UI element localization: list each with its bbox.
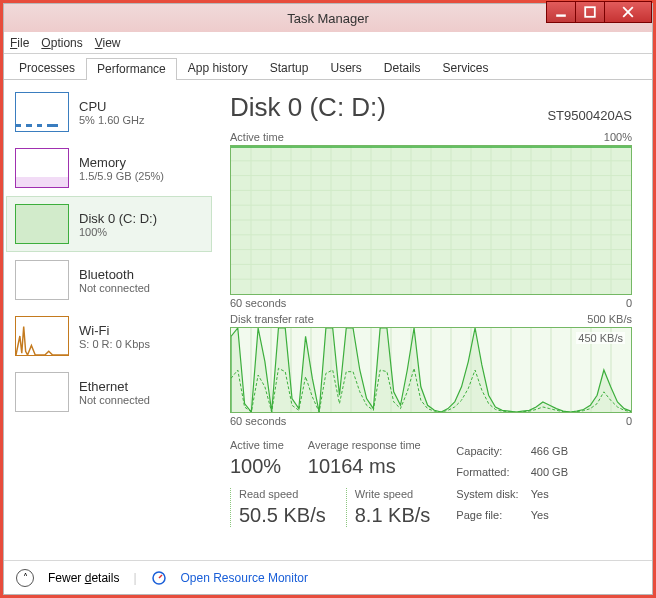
sb-disk-title: Disk 0 (C: D:) xyxy=(79,211,157,226)
stats-row: Active time 100% Average response time 1… xyxy=(230,439,632,527)
collapse-icon[interactable]: ˄ xyxy=(16,569,34,587)
read-speed-value: 50.5 KB/s xyxy=(239,504,326,527)
read-speed-label: Read speed xyxy=(239,488,326,500)
menu-view[interactable]: View xyxy=(95,36,121,50)
sidebar-item-wifi[interactable]: Wi-FiS: 0 R: 0 Kbps xyxy=(6,308,212,364)
active-time-label: Active time xyxy=(230,439,284,451)
titlebar[interactable]: Task Manager xyxy=(4,4,652,32)
sidebar-item-ethernet[interactable]: EthernetNot connected xyxy=(6,364,212,420)
ethernet-thumb-icon xyxy=(15,372,69,412)
wifi-thumb-icon xyxy=(15,316,69,356)
chart1-max: 100% xyxy=(604,131,632,143)
memory-thumb-icon xyxy=(15,148,69,188)
sb-cpu-title: CPU xyxy=(79,99,144,114)
disk-thumb-icon xyxy=(15,204,69,244)
capacity-label: Capacity: xyxy=(456,441,528,461)
sb-wifi-title: Wi-Fi xyxy=(79,323,150,338)
page-title: Disk 0 (C: D:) xyxy=(230,92,386,123)
bluetooth-thumb-icon xyxy=(15,260,69,300)
tab-app-history[interactable]: App history xyxy=(177,57,259,79)
write-speed-value: 8.1 KB/s xyxy=(355,504,431,527)
tab-performance[interactable]: Performance xyxy=(86,58,177,80)
svg-line-54 xyxy=(159,575,162,578)
chart2-max: 500 KB/s xyxy=(587,313,632,325)
chart2-xright: 0 xyxy=(626,415,632,427)
sb-cpu-sub: 5% 1.60 GHz xyxy=(79,114,144,126)
capacity-value: 466 GB xyxy=(531,441,578,461)
sidebar-item-memory[interactable]: Memory1.5/5.9 GB (25%) xyxy=(6,140,212,196)
tab-processes[interactable]: Processes xyxy=(8,57,86,79)
sidebar-item-disk0[interactable]: Disk 0 (C: D:)100% xyxy=(6,196,212,252)
formatted-label: Formatted: xyxy=(456,463,528,483)
svg-rect-32 xyxy=(231,146,631,294)
menubar: File Options View xyxy=(4,32,652,54)
sysdisk-value: Yes xyxy=(531,484,578,504)
sidebar-item-cpu[interactable]: CPU5% 1.60 GHz xyxy=(6,84,212,140)
tab-services[interactable]: Services xyxy=(432,57,500,79)
window-controls xyxy=(547,1,652,23)
chart1-xleft: 60 seconds xyxy=(230,297,286,309)
avg-response-value: 10164 ms xyxy=(308,455,421,478)
resource-monitor-icon xyxy=(151,570,167,586)
active-time-value: 100% xyxy=(230,455,284,478)
disk-properties-table: Capacity:466 GB Formatted:400 GB System … xyxy=(454,439,580,527)
sb-disk-sub: 100% xyxy=(79,226,157,238)
sb-eth-title: Ethernet xyxy=(79,379,150,394)
footer: ˄ Fewer details | Open Resource Monitor xyxy=(4,560,652,594)
transfer-rate-chart[interactable]: 450 KB/s xyxy=(230,327,632,413)
chart1-label: Active time xyxy=(230,131,284,143)
formatted-value: 400 GB xyxy=(531,463,578,483)
disk-model: ST9500420AS xyxy=(547,108,632,123)
sb-mem-title: Memory xyxy=(79,155,164,170)
sb-eth-sub: Not connected xyxy=(79,394,150,406)
tab-startup[interactable]: Startup xyxy=(259,57,320,79)
avg-response-label: Average response time xyxy=(308,439,421,451)
sidebar-item-bluetooth[interactable]: BluetoothNot connected xyxy=(6,252,212,308)
separator: | xyxy=(133,571,136,585)
minimize-button[interactable] xyxy=(546,1,576,23)
tab-details[interactable]: Details xyxy=(373,57,432,79)
chart2-xleft: 60 seconds xyxy=(230,415,286,427)
close-button[interactable] xyxy=(604,1,652,23)
pagefile-value: Yes xyxy=(531,506,578,526)
write-speed-label: Write speed xyxy=(355,488,431,500)
maximize-button[interactable] xyxy=(575,1,605,23)
menu-options[interactable]: Options xyxy=(41,36,82,50)
tab-users[interactable]: Users xyxy=(319,57,372,79)
fewer-details-button[interactable]: Fewer details xyxy=(48,571,119,585)
chart1-xright: 0 xyxy=(626,297,632,309)
cpu-thumb-icon xyxy=(15,92,69,132)
content: CPU5% 1.60 GHz Memory1.5/5.9 GB (25%) Di… xyxy=(4,80,652,560)
tabs: Processes Performance App history Startu… xyxy=(4,54,652,80)
chart2-inner-label: 450 KB/s xyxy=(576,332,625,344)
task-manager-window: Task Manager File Options View Processes… xyxy=(3,3,653,595)
sidebar: CPU5% 1.60 GHz Memory1.5/5.9 GB (25%) Di… xyxy=(4,80,214,560)
sb-bt-sub: Not connected xyxy=(79,282,150,294)
active-time-chart[interactable] xyxy=(230,145,632,295)
pagefile-label: Page file: xyxy=(456,506,528,526)
sb-mem-sub: 1.5/5.9 GB (25%) xyxy=(79,170,164,182)
open-resource-monitor-link[interactable]: Open Resource Monitor xyxy=(181,571,308,585)
sb-wifi-sub: S: 0 R: 0 Kbps xyxy=(79,338,150,350)
main-panel: Disk 0 (C: D:) ST9500420AS Active time 1… xyxy=(214,80,652,560)
sysdisk-label: System disk: xyxy=(456,484,528,504)
chart2-label: Disk transfer rate xyxy=(230,313,314,325)
svg-rect-1 xyxy=(585,7,595,17)
menu-file[interactable]: File xyxy=(10,36,29,50)
sb-bt-title: Bluetooth xyxy=(79,267,150,282)
